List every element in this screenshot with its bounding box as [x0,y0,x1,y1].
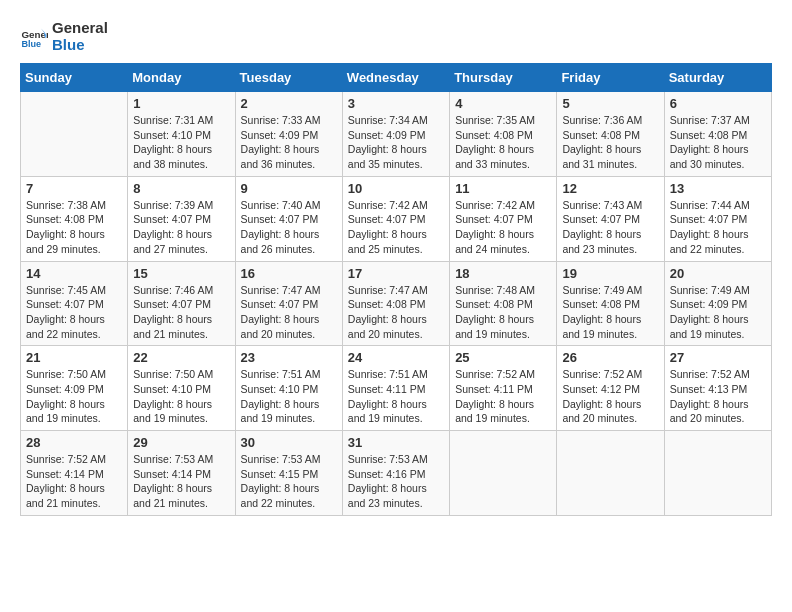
cell-info: Sunrise: 7:38 AM Sunset: 4:08 PM Dayligh… [26,198,122,257]
day-number: 14 [26,266,122,281]
day-number: 16 [241,266,337,281]
calendar-cell: 8Sunrise: 7:39 AM Sunset: 4:07 PM Daylig… [128,176,235,261]
day-number: 4 [455,96,551,111]
day-number: 30 [241,435,337,450]
day-number: 27 [670,350,766,365]
day-number: 29 [133,435,229,450]
logo-blue: Blue [52,37,108,54]
calendar-cell: 22Sunrise: 7:50 AM Sunset: 4:10 PM Dayli… [128,346,235,431]
cell-info: Sunrise: 7:37 AM Sunset: 4:08 PM Dayligh… [670,113,766,172]
day-header-thursday: Thursday [450,64,557,92]
page-header: General Blue General Blue [20,20,772,53]
cell-info: Sunrise: 7:47 AM Sunset: 4:07 PM Dayligh… [241,283,337,342]
cell-info: Sunrise: 7:53 AM Sunset: 4:16 PM Dayligh… [348,452,444,511]
cell-info: Sunrise: 7:34 AM Sunset: 4:09 PM Dayligh… [348,113,444,172]
cell-info: Sunrise: 7:44 AM Sunset: 4:07 PM Dayligh… [670,198,766,257]
svg-text:Blue: Blue [21,38,41,48]
calendar-cell: 15Sunrise: 7:46 AM Sunset: 4:07 PM Dayli… [128,261,235,346]
calendar-week-3: 14Sunrise: 7:45 AM Sunset: 4:07 PM Dayli… [21,261,772,346]
calendar-cell: 20Sunrise: 7:49 AM Sunset: 4:09 PM Dayli… [664,261,771,346]
calendar-cell: 21Sunrise: 7:50 AM Sunset: 4:09 PM Dayli… [21,346,128,431]
cell-info: Sunrise: 7:50 AM Sunset: 4:09 PM Dayligh… [26,367,122,426]
day-number: 13 [670,181,766,196]
calendar-cell: 31Sunrise: 7:53 AM Sunset: 4:16 PM Dayli… [342,431,449,516]
calendar-week-1: 1Sunrise: 7:31 AM Sunset: 4:10 PM Daylig… [21,92,772,177]
day-number: 20 [670,266,766,281]
calendar-cell: 11Sunrise: 7:42 AM Sunset: 4:07 PM Dayli… [450,176,557,261]
calendar-cell: 1Sunrise: 7:31 AM Sunset: 4:10 PM Daylig… [128,92,235,177]
day-number: 1 [133,96,229,111]
day-header-wednesday: Wednesday [342,64,449,92]
day-number: 10 [348,181,444,196]
day-number: 15 [133,266,229,281]
cell-info: Sunrise: 7:31 AM Sunset: 4:10 PM Dayligh… [133,113,229,172]
calendar-cell: 27Sunrise: 7:52 AM Sunset: 4:13 PM Dayli… [664,346,771,431]
calendar-cell: 19Sunrise: 7:49 AM Sunset: 4:08 PM Dayli… [557,261,664,346]
day-header-saturday: Saturday [664,64,771,92]
cell-info: Sunrise: 7:45 AM Sunset: 4:07 PM Dayligh… [26,283,122,342]
cell-info: Sunrise: 7:49 AM Sunset: 4:09 PM Dayligh… [670,283,766,342]
day-number: 31 [348,435,444,450]
day-number: 17 [348,266,444,281]
day-header-monday: Monday [128,64,235,92]
cell-info: Sunrise: 7:52 AM Sunset: 4:12 PM Dayligh… [562,367,658,426]
cell-info: Sunrise: 7:46 AM Sunset: 4:07 PM Dayligh… [133,283,229,342]
day-number: 6 [670,96,766,111]
cell-info: Sunrise: 7:40 AM Sunset: 4:07 PM Dayligh… [241,198,337,257]
day-number: 28 [26,435,122,450]
cell-info: Sunrise: 7:50 AM Sunset: 4:10 PM Dayligh… [133,367,229,426]
day-header-sunday: Sunday [21,64,128,92]
day-number: 3 [348,96,444,111]
logo-general: General [52,20,108,37]
day-number: 19 [562,266,658,281]
day-number: 21 [26,350,122,365]
calendar-cell [450,431,557,516]
day-number: 26 [562,350,658,365]
cell-info: Sunrise: 7:42 AM Sunset: 4:07 PM Dayligh… [455,198,551,257]
calendar-cell: 14Sunrise: 7:45 AM Sunset: 4:07 PM Dayli… [21,261,128,346]
calendar-cell [664,431,771,516]
calendar-cell: 17Sunrise: 7:47 AM Sunset: 4:08 PM Dayli… [342,261,449,346]
calendar-week-4: 21Sunrise: 7:50 AM Sunset: 4:09 PM Dayli… [21,346,772,431]
day-header-friday: Friday [557,64,664,92]
day-number: 8 [133,181,229,196]
calendar-header-row: SundayMondayTuesdayWednesdayThursdayFrid… [21,64,772,92]
calendar-cell: 7Sunrise: 7:38 AM Sunset: 4:08 PM Daylig… [21,176,128,261]
day-number: 2 [241,96,337,111]
calendar-cell: 3Sunrise: 7:34 AM Sunset: 4:09 PM Daylig… [342,92,449,177]
day-number: 5 [562,96,658,111]
calendar-cell: 16Sunrise: 7:47 AM Sunset: 4:07 PM Dayli… [235,261,342,346]
day-number: 9 [241,181,337,196]
day-number: 24 [348,350,444,365]
calendar-cell: 25Sunrise: 7:52 AM Sunset: 4:11 PM Dayli… [450,346,557,431]
calendar-cell [21,92,128,177]
day-header-tuesday: Tuesday [235,64,342,92]
calendar-cell: 12Sunrise: 7:43 AM Sunset: 4:07 PM Dayli… [557,176,664,261]
calendar-cell: 5Sunrise: 7:36 AM Sunset: 4:08 PM Daylig… [557,92,664,177]
day-number: 12 [562,181,658,196]
calendar-cell: 13Sunrise: 7:44 AM Sunset: 4:07 PM Dayli… [664,176,771,261]
calendar-cell: 24Sunrise: 7:51 AM Sunset: 4:11 PM Dayli… [342,346,449,431]
logo-icon: General Blue [20,23,48,51]
cell-info: Sunrise: 7:33 AM Sunset: 4:09 PM Dayligh… [241,113,337,172]
calendar-table: SundayMondayTuesdayWednesdayThursdayFrid… [20,63,772,516]
calendar-week-5: 28Sunrise: 7:52 AM Sunset: 4:14 PM Dayli… [21,431,772,516]
calendar-cell: 10Sunrise: 7:42 AM Sunset: 4:07 PM Dayli… [342,176,449,261]
cell-info: Sunrise: 7:52 AM Sunset: 4:13 PM Dayligh… [670,367,766,426]
cell-info: Sunrise: 7:36 AM Sunset: 4:08 PM Dayligh… [562,113,658,172]
cell-info: Sunrise: 7:42 AM Sunset: 4:07 PM Dayligh… [348,198,444,257]
cell-info: Sunrise: 7:47 AM Sunset: 4:08 PM Dayligh… [348,283,444,342]
calendar-cell: 26Sunrise: 7:52 AM Sunset: 4:12 PM Dayli… [557,346,664,431]
day-number: 25 [455,350,551,365]
day-number: 18 [455,266,551,281]
calendar-cell: 18Sunrise: 7:48 AM Sunset: 4:08 PM Dayli… [450,261,557,346]
calendar-cell: 4Sunrise: 7:35 AM Sunset: 4:08 PM Daylig… [450,92,557,177]
cell-info: Sunrise: 7:51 AM Sunset: 4:11 PM Dayligh… [348,367,444,426]
cell-info: Sunrise: 7:48 AM Sunset: 4:08 PM Dayligh… [455,283,551,342]
cell-info: Sunrise: 7:52 AM Sunset: 4:14 PM Dayligh… [26,452,122,511]
cell-info: Sunrise: 7:53 AM Sunset: 4:15 PM Dayligh… [241,452,337,511]
cell-info: Sunrise: 7:39 AM Sunset: 4:07 PM Dayligh… [133,198,229,257]
day-number: 23 [241,350,337,365]
calendar-cell: 23Sunrise: 7:51 AM Sunset: 4:10 PM Dayli… [235,346,342,431]
logo: General Blue General Blue [20,20,108,53]
